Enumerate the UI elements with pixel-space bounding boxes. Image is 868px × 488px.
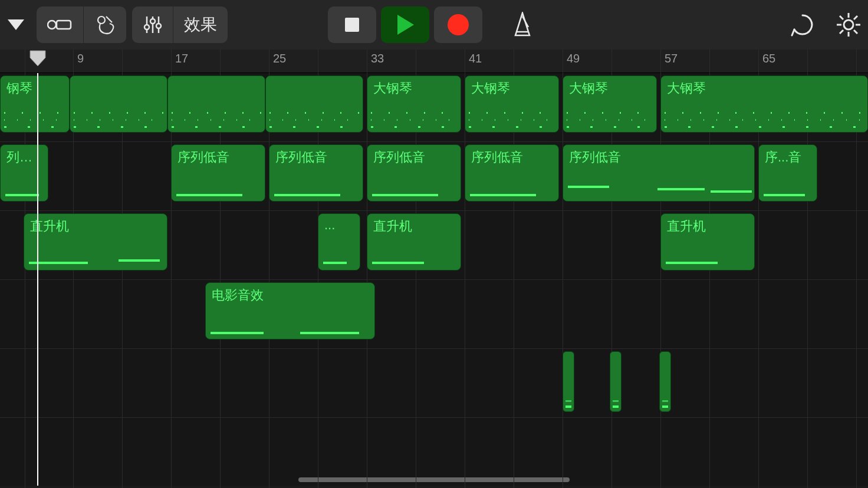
- play-button[interactable]: [381, 6, 429, 43]
- svg-line-25: [840, 30, 843, 34]
- view-instrument-button[interactable]: [84, 6, 126, 43]
- clip-label: 序...音: [765, 149, 811, 166]
- clip-label: 钢琴: [6, 80, 63, 97]
- play-icon: [396, 15, 414, 35]
- svg-point-6: [144, 25, 149, 29]
- clip-piano[interactable]: 钢琴: [0, 75, 70, 133]
- view-mode-group: [37, 6, 126, 43]
- timeline-ruler[interactable]: 917253341495765: [0, 50, 868, 73]
- clip-bass[interactable]: 序列低音: [367, 144, 461, 202]
- clip-bass[interactable]: 序列低音: [171, 144, 265, 202]
- clip-bass[interactable]: 序列低音: [465, 144, 559, 202]
- clip-bass[interactable]: 序列低音: [269, 144, 363, 202]
- clip-piano[interactable]: 大钢琴: [563, 75, 657, 133]
- clip-label: 直升机: [373, 217, 455, 235]
- chevron-down-icon: [8, 19, 24, 30]
- tracks-view-icon: [47, 17, 73, 33]
- clip-hit[interactable]: [610, 351, 622, 412]
- settings-button[interactable]: [831, 8, 866, 42]
- clip-hit[interactable]: [659, 351, 671, 412]
- clip-label: 列低音: [6, 149, 42, 166]
- bar-marker: [611, 50, 616, 73]
- clip-label: 大钢琴: [471, 80, 553, 97]
- svg-line-4: [106, 17, 112, 22]
- svg-marker-0: [8, 19, 24, 30]
- mixer-fx-group: 效果: [132, 6, 228, 43]
- record-icon: [446, 13, 470, 37]
- svg-line-16: [792, 29, 794, 35]
- svg-point-10: [156, 24, 161, 28]
- bar-marker: 9: [73, 50, 84, 73]
- clip-label: 序列低音: [275, 149, 357, 166]
- clip-helicopter[interactable]: 直升机: [24, 213, 167, 271]
- svg-point-8: [150, 19, 155, 24]
- toolbar: 效果: [0, 0, 868, 50]
- clip-label: 大钢琴: [569, 80, 650, 97]
- clip-helicopter[interactable]: 直升机: [660, 213, 755, 271]
- tracks-area[interactable]: 钢琴大钢琴大钢琴大钢琴大钢琴列低音序列低音序列低音序列低音序列低音序列低音序..…: [0, 73, 868, 486]
- loop-icon: [790, 12, 816, 38]
- home-indicator: [298, 477, 570, 482]
- track-lane[interactable]: [0, 349, 868, 418]
- bar-marker: 33: [367, 50, 384, 73]
- clip-cinematic[interactable]: 电影音效: [205, 282, 375, 339]
- right-controls: [785, 8, 868, 42]
- svg-line-14: [522, 17, 528, 27]
- view-tracks-button[interactable]: [37, 6, 84, 43]
- clip-label: 序列低音: [177, 149, 259, 166]
- bar-marker: [220, 50, 224, 73]
- playhead-line: [37, 73, 38, 486]
- instrument-icon: [93, 13, 117, 37]
- gear-icon: [836, 12, 862, 38]
- bar-marker: [856, 50, 860, 73]
- effects-button[interactable]: 效果: [173, 6, 228, 43]
- clip-hit[interactable]: [563, 351, 574, 412]
- svg-point-13: [448, 14, 469, 35]
- clip-piano[interactable]: 大钢琴: [367, 75, 461, 133]
- clip-bass[interactable]: 序...音: [758, 144, 817, 202]
- bar-marker: [709, 50, 714, 73]
- mixer-button[interactable]: [132, 6, 173, 43]
- clip-piano[interactable]: 大钢琴: [660, 75, 868, 133]
- clip-label: ...: [324, 217, 354, 233]
- tracks-dropdown-button[interactable]: [1, 6, 31, 43]
- bar-marker: 17: [171, 50, 188, 73]
- svg-rect-11: [345, 18, 359, 32]
- clip-piano[interactable]: 大钢琴: [465, 75, 559, 133]
- clip-bass[interactable]: 序列低音: [563, 144, 755, 202]
- bar-marker: [318, 50, 322, 73]
- clip-label: 直升机: [30, 217, 161, 235]
- bar-marker: [416, 50, 420, 73]
- bar-marker: 49: [563, 50, 580, 73]
- clip-label: 序列低音: [471, 149, 553, 166]
- clip-label: 大钢琴: [373, 80, 455, 97]
- bar-marker: [514, 50, 518, 73]
- svg-rect-2: [57, 21, 71, 29]
- metronome-button[interactable]: [505, 6, 540, 43]
- clip-helicopter[interactable]: 直升机: [367, 213, 461, 271]
- loop-browser-button[interactable]: [785, 8, 820, 42]
- clip-bass[interactable]: 列低音: [0, 144, 48, 202]
- svg-line-24: [854, 16, 857, 19]
- svg-point-17: [844, 20, 853, 29]
- stop-button[interactable]: [328, 6, 376, 43]
- svg-point-3: [98, 17, 105, 24]
- clip-piano[interactable]: [265, 75, 363, 133]
- bar-marker: 65: [758, 50, 775, 73]
- clip-label: 电影音效: [212, 286, 369, 304]
- clip-label: 直升机: [667, 217, 748, 235]
- record-button[interactable]: [434, 6, 482, 43]
- track-lane[interactable]: [0, 280, 868, 349]
- clip-label: 大钢琴: [667, 80, 862, 97]
- svg-point-1: [48, 21, 56, 29]
- metronome-icon: [511, 12, 534, 38]
- clip-label: 序列低音: [569, 149, 748, 166]
- clip-piano[interactable]: [167, 75, 265, 133]
- clip-helicopter[interactable]: ...: [318, 213, 360, 271]
- bar-marker: [122, 50, 126, 73]
- playhead-handle[interactable]: [29, 50, 47, 65]
- clip-label: 序列低音: [373, 149, 455, 166]
- clip-piano[interactable]: [70, 75, 167, 133]
- bar-marker: 41: [465, 50, 482, 73]
- bar-marker: [807, 50, 811, 73]
